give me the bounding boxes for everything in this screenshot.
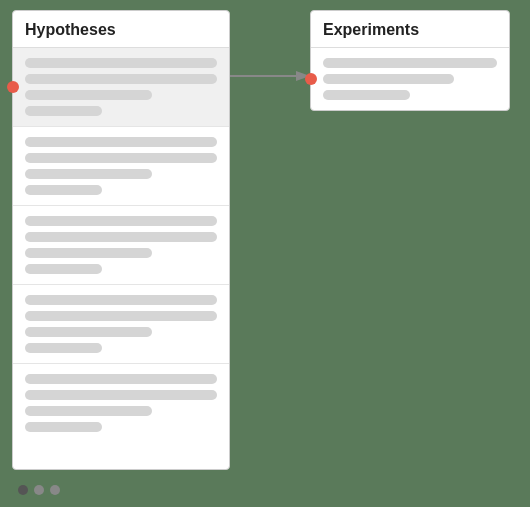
bar: [25, 90, 152, 100]
experiments-panel: Experiments: [310, 10, 510, 111]
main-container: Hypotheses: [0, 0, 530, 507]
hypotheses-title: Hypotheses: [25, 21, 116, 38]
arrow-icon: [230, 68, 310, 84]
bar: [25, 232, 217, 242]
bar: [25, 343, 102, 353]
bar: [25, 374, 217, 384]
experiments-body: [311, 48, 509, 110]
hypotheses-body: [13, 48, 229, 442]
bar: [25, 74, 217, 84]
dot-1[interactable]: [18, 485, 28, 495]
hypothesis-item-1[interactable]: [13, 48, 229, 127]
bar: [25, 58, 217, 68]
bar: [25, 216, 217, 226]
bar: [25, 137, 217, 147]
bar: [323, 58, 497, 68]
hypothesis-item-4[interactable]: [13, 285, 229, 364]
hypotheses-header: Hypotheses: [13, 11, 229, 48]
bar: [323, 74, 454, 84]
experiment-dot-indicator: [305, 73, 317, 85]
bar: [25, 106, 102, 116]
experiment-item-1[interactable]: [311, 48, 509, 110]
dot-2[interactable]: [34, 485, 44, 495]
bar: [25, 264, 102, 274]
bar: [25, 248, 152, 258]
hypotheses-panel: Hypotheses: [12, 10, 230, 470]
selected-dot-indicator: [7, 81, 19, 93]
bottom-navigation-dots: [18, 485, 60, 495]
bar: [25, 390, 217, 400]
bar: [25, 327, 152, 337]
hypothesis-item-2[interactable]: [13, 127, 229, 206]
bar: [25, 295, 217, 305]
bar: [25, 169, 152, 179]
bar: [323, 90, 410, 100]
arrow-connector: [230, 10, 310, 84]
experiments-header: Experiments: [311, 11, 509, 48]
bar: [25, 406, 152, 416]
experiments-title: Experiments: [323, 21, 419, 38]
hypothesis-item-3[interactable]: [13, 206, 229, 285]
dot-3[interactable]: [50, 485, 60, 495]
hypothesis-item-5[interactable]: [13, 364, 229, 442]
bar: [25, 422, 102, 432]
bar: [25, 311, 217, 321]
bar: [25, 185, 102, 195]
bar: [25, 153, 217, 163]
